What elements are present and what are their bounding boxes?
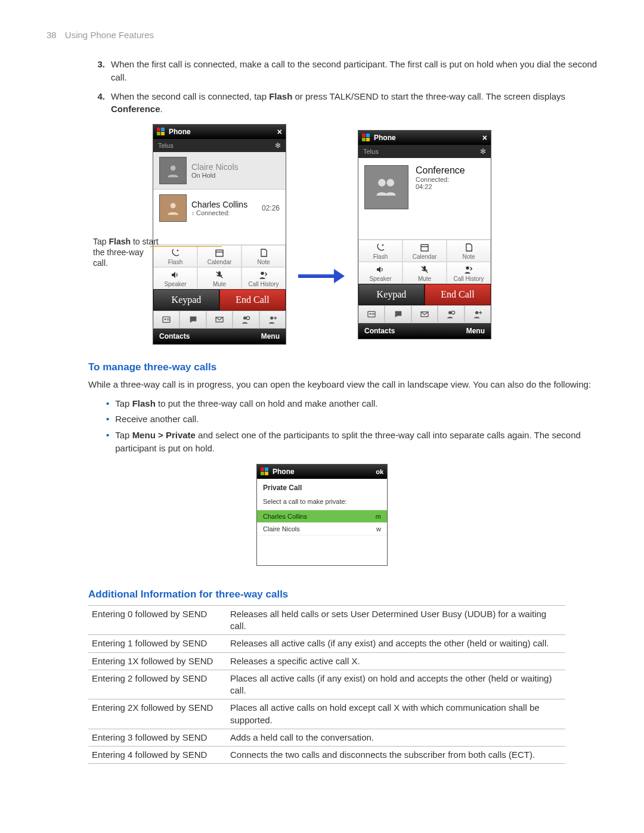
phone-screenshot-private-call: Phone ok Private Call Select a call to m… <box>256 464 388 566</box>
active-call-row[interactable]: Charles Collins ↕ Connected: 02:26 <box>153 190 286 227</box>
step-num: 4. <box>94 90 105 116</box>
svg-point-38 <box>387 179 395 187</box>
mute-button[interactable]: Mute <box>197 267 242 289</box>
bullet-list: • Tap Flash to put the three-way call on… <box>106 397 597 456</box>
svg-point-17 <box>261 272 264 275</box>
close-icon[interactable]: × <box>482 133 487 143</box>
contact-card-icon[interactable] <box>153 311 179 329</box>
flash-button[interactable]: Flash <box>358 240 402 262</box>
end-call-button[interactable]: End Call <box>425 284 491 305</box>
close-icon[interactable]: × <box>277 127 282 137</box>
svg-point-25 <box>270 317 273 320</box>
calendar-button[interactable]: Calendar <box>402 240 447 262</box>
conference-label: Conference <box>416 165 465 176</box>
speaker-button[interactable]: Speaker <box>153 267 197 289</box>
svg-rect-20 <box>167 318 169 319</box>
view-contact-icon[interactable] <box>233 311 259 329</box>
svg-point-37 <box>379 179 386 187</box>
windows-flag-icon <box>362 134 370 142</box>
list-item-tag: m <box>376 513 381 520</box>
svg-point-11 <box>177 250 179 252</box>
note-button[interactable]: Note <box>242 245 286 267</box>
manual-page: 38 Using Phone Features 3. When the firs… <box>0 0 644 812</box>
soft-left[interactable]: Contacts <box>159 332 190 340</box>
carrier-bar: Telus ✻ <box>358 145 491 158</box>
windows-flag-icon <box>157 128 165 136</box>
table-row: Entering 2 followed by SENDPlaces all ac… <box>88 670 565 699</box>
call-timer: 02:26 <box>262 204 280 212</box>
note-button[interactable]: Note <box>447 240 491 262</box>
call-status: On Hold <box>191 172 239 179</box>
soft-right[interactable]: Menu <box>466 327 485 335</box>
step-text: When the first call is connected, make a… <box>111 58 597 84</box>
soft-left[interactable]: Contacts <box>364 327 395 335</box>
chat-icon[interactable] <box>179 311 206 329</box>
svg-rect-49 <box>372 314 374 315</box>
svg-point-24 <box>247 317 250 320</box>
call-history-button[interactable]: Call History <box>447 262 491 284</box>
flash-button[interactable]: Flash <box>153 245 197 267</box>
section-title: Using Phone Features <box>65 30 154 40</box>
phone-screenshot-conference: Phone × Telus ✻ <box>358 130 491 339</box>
page-number: 38 <box>47 30 57 40</box>
mute-button[interactable]: Mute <box>402 262 447 284</box>
arrow-between-screens <box>298 188 346 281</box>
phone-topbar: Phone × <box>358 131 491 145</box>
add-contact-icon[interactable] <box>259 311 286 329</box>
list-item[interactable]: Charles Collins m <box>257 510 387 523</box>
status-icons: × <box>270 127 282 137</box>
screenshots-row: Tap Flash to start the three-way call. P… <box>47 124 597 345</box>
conference-avatar <box>364 165 408 209</box>
svg-point-51 <box>448 311 451 314</box>
bullet-item: • Receive another call. <box>106 413 597 426</box>
status-icons: ok <box>369 468 383 475</box>
action-grid: Flash Calendar Note Speaker Mute Call Hi… <box>358 239 491 284</box>
soft-right[interactable]: Menu <box>261 332 280 340</box>
speaker-button[interactable]: Speaker <box>358 262 402 284</box>
send-codes-table: Entering 0 followed by SENDReleases all … <box>88 605 565 764</box>
list-item[interactable]: Claire Nicols w <box>257 523 387 535</box>
callout-leader-line <box>150 246 222 247</box>
add-contact-icon[interactable] <box>465 305 491 323</box>
chat-icon[interactable] <box>385 305 411 323</box>
quick-icon-row <box>358 305 491 323</box>
private-call-heading: Private Call <box>257 479 387 497</box>
flash-callout: Tap Flash to start the three-way call. <box>93 236 159 269</box>
step-3: 3. When the first call is connected, mak… <box>47 58 597 84</box>
bullet-icon: • <box>106 429 109 456</box>
mail-icon[interactable] <box>411 305 438 323</box>
call-history-button[interactable]: Call History <box>242 267 286 289</box>
svg-point-52 <box>452 311 455 314</box>
ok-button[interactable]: ok <box>376 468 383 475</box>
contact-card-icon[interactable] <box>358 305 385 323</box>
table-row: Entering 4 followed by SENDConnects the … <box>88 747 565 764</box>
phone-screenshot-in-call: Phone × Telus ✻ <box>153 124 286 345</box>
view-contact-icon[interactable] <box>438 305 464 323</box>
list-item-tag: w <box>376 525 381 532</box>
running-header: 38 Using Phone Features <box>0 30 644 40</box>
manage-para: While a three-way call is in progress, y… <box>88 378 597 391</box>
heading-manage: To manage three-way calls <box>88 361 597 373</box>
svg-marker-14 <box>172 272 175 278</box>
calendar-button[interactable]: Calendar <box>197 245 242 267</box>
app-title: Phone <box>374 134 396 142</box>
step-text: When the second call is connected, tap F… <box>111 90 597 116</box>
on-hold-call-row[interactable]: Claire Nicols On Hold <box>153 152 286 189</box>
softkey-bar: Contacts Menu <box>153 329 286 344</box>
svg-point-9 <box>171 165 176 171</box>
bullet-item: • Tap Menu > Private and select one of t… <box>106 429 597 456</box>
bullet-item: • Tap Flash to put the three-way call on… <box>106 397 597 411</box>
svg-point-47 <box>370 313 371 315</box>
caller-name: Charles Collins <box>191 200 247 209</box>
call-status: ↕ Connected: <box>191 209 247 216</box>
step-num: 3. <box>94 58 105 84</box>
keypad-button[interactable]: Keypad <box>358 284 425 305</box>
end-call-button[interactable]: End Call <box>219 289 286 311</box>
mail-icon[interactable] <box>206 311 233 329</box>
table-row: Entering 2X followed by SENDPlaces all a… <box>88 699 565 729</box>
svg-rect-21 <box>167 320 169 320</box>
keypad-button[interactable]: Keypad <box>153 289 219 311</box>
windows-flag-icon <box>261 467 269 476</box>
phone-topbar: Phone × <box>153 125 286 139</box>
svg-point-10 <box>171 203 176 208</box>
